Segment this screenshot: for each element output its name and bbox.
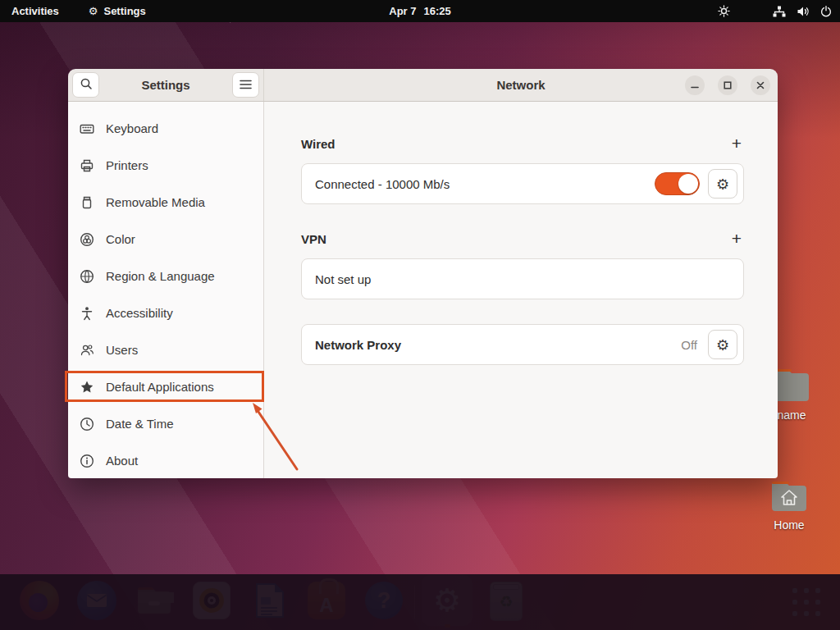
- proxy-settings-button[interactable]: ⚙: [708, 330, 737, 359]
- clock-time: 16:25: [423, 5, 450, 17]
- clock-icon: [80, 417, 94, 431]
- sidebar-item-label: Color: [106, 232, 135, 246]
- network-icon: [773, 6, 786, 17]
- sidebar-item-keyboard[interactable]: Keyboard: [68, 110, 263, 147]
- sidebar-header: Settings: [68, 69, 264, 101]
- search-icon: [80, 77, 93, 94]
- clock-date: Apr 7: [389, 5, 416, 17]
- clock-button[interactable]: Apr 7 16:25: [389, 5, 450, 17]
- wired-connection-row[interactable]: Connected - 10000 Mb/s ⚙: [301, 163, 744, 204]
- color-icon: [80, 232, 94, 247]
- network-proxy-row[interactable]: Network Proxy Off ⚙: [301, 324, 744, 365]
- sidebar-item-label: About: [106, 454, 138, 468]
- desktop-folder-home[interactable]: Home: [769, 477, 810, 532]
- sidebar-item-date-time[interactable]: Date & Time: [68, 405, 263, 442]
- vpn-status-text: Not set up: [315, 272, 737, 286]
- wired-status-text: Connected - 10000 Mb/s: [315, 177, 655, 191]
- desktop-folder-label: Home: [769, 518, 810, 532]
- globe-icon: [80, 269, 94, 284]
- brightness-icon: [718, 5, 730, 17]
- users-icon: [80, 343, 94, 358]
- sidebar-item-label: Users: [106, 343, 138, 357]
- sidebar-item-label: Date & Time: [106, 417, 174, 431]
- hamburger-menu-icon: [240, 78, 252, 93]
- sidebar-item-label: Removable Media: [106, 195, 205, 209]
- toggle-knob: [678, 174, 698, 194]
- network-proxy-label: Network Proxy: [315, 338, 681, 352]
- system-status-area[interactable]: [718, 5, 832, 17]
- printer-icon: [80, 158, 94, 173]
- network-panel: Wired + Connected - 10000 Mb/s ⚙ VPN + N…: [264, 102, 778, 478]
- main-header: Network: [264, 69, 778, 101]
- sidebar-item-removable-media[interactable]: Removable Media: [68, 184, 263, 221]
- settings-window: Settings Network: [68, 69, 778, 478]
- sidebar-item-label: Printers: [106, 158, 148, 172]
- wired-settings-button[interactable]: ⚙: [708, 169, 737, 199]
- sidebar-item-about[interactable]: About: [68, 442, 263, 478]
- volume-icon: [797, 6, 810, 17]
- activities-button[interactable]: Activities: [0, 0, 71, 22]
- top-bar: Activities ⚙ Settings Apr 7 16:25: [0, 0, 840, 22]
- settings-sidebar: Keyboard Printers Removable Media Color …: [68, 102, 264, 478]
- activities-label: Activities: [11, 5, 59, 17]
- search-button[interactable]: [72, 72, 99, 98]
- dock: [0, 574, 840, 630]
- accessibility-icon: [80, 306, 94, 321]
- sidebar-item-accessibility[interactable]: Accessibility: [68, 294, 263, 331]
- sidebar-item-color[interactable]: Color: [68, 221, 263, 258]
- app-menu-label: Settings: [103, 5, 145, 17]
- sidebar-item-label: Region & Language: [106, 269, 215, 283]
- add-vpn-button[interactable]: +: [729, 231, 744, 246]
- gear-icon: ⚙: [89, 5, 98, 17]
- sidebar-item-label: Keyboard: [106, 121, 158, 135]
- vpn-section-title: VPN: [301, 232, 326, 246]
- primary-menu-button[interactable]: [232, 72, 259, 98]
- sidebar-item-label: Accessibility: [106, 306, 173, 320]
- keyboard-icon: [80, 121, 94, 136]
- wired-section-title: Wired: [301, 137, 336, 151]
- headerbar: Settings Network: [68, 69, 778, 102]
- wired-toggle[interactable]: [655, 172, 700, 195]
- info-icon: [80, 454, 94, 468]
- sidebar-item-users[interactable]: Users: [68, 331, 263, 368]
- gear-icon: ⚙: [716, 336, 729, 354]
- sidebar-item-region-language[interactable]: Region & Language: [68, 258, 263, 294]
- app-menu-button[interactable]: ⚙ Settings: [77, 0, 158, 22]
- home-folder-icon: [769, 477, 810, 515]
- removable-media-icon: [80, 195, 94, 210]
- sidebar-item-printers[interactable]: Printers: [68, 147, 263, 184]
- desktop-screen: name Home Settings: [0, 0, 840, 630]
- window-title: Network: [264, 78, 778, 92]
- add-wired-connection-button[interactable]: +: [729, 136, 744, 151]
- proxy-status-value: Off: [681, 338, 697, 352]
- power-icon: [820, 6, 832, 17]
- annotation-highlight-box: [65, 371, 264, 402]
- vpn-row[interactable]: Not set up: [301, 258, 744, 299]
- gear-icon: ⚙: [716, 176, 729, 193]
